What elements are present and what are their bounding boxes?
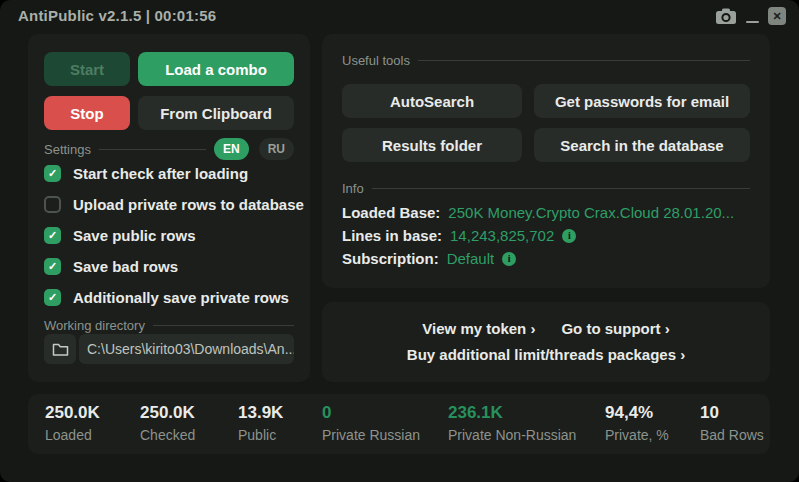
checkbox-save-public-rows[interactable]: Save public rows xyxy=(44,226,296,244)
checkbox-upload-private-rows[interactable]: Upload private rows to database xyxy=(44,195,296,213)
links-row: View my token › Go to support › xyxy=(322,320,770,337)
browse-folder-button[interactable] xyxy=(44,334,76,364)
stat-loaded: 250.0K Loaded xyxy=(45,403,100,443)
settings-label: Settings xyxy=(44,142,91,157)
info-row-loaded-base: Loaded Base: 250K Money.Crypto Crax.Clou… xyxy=(342,201,762,224)
app-window: AntiPublic v2.1.5 | 00:01:56 ✕ Start Loa… xyxy=(0,0,799,482)
checkbox-additionally-save-private-rows[interactable]: Additionally save private rows xyxy=(44,288,296,306)
checkbox-label: Upload private rows to database xyxy=(73,196,304,213)
language-toggle-ru[interactable]: RU xyxy=(259,138,294,160)
checkbox-icon[interactable] xyxy=(44,258,61,275)
divider-line xyxy=(99,149,206,150)
stat-private-non-russian: 236.1K Private Non-Russian xyxy=(448,403,576,443)
folder-icon xyxy=(52,342,69,357)
control-panel: Start Load a combo Stop From Clipboard S… xyxy=(28,34,310,382)
subscription-label: Subscription: xyxy=(342,250,439,267)
stat-label: Bad Rows xyxy=(700,427,764,443)
stat-value: 10 xyxy=(700,403,764,423)
stats-panel: 250.0K Loaded 250.0K Checked 13.9K Publi… xyxy=(28,394,770,454)
stat-label: Private Russian xyxy=(322,427,420,443)
view-my-token-link[interactable]: View my token › xyxy=(422,320,535,337)
lines-in-base-label: Lines in base: xyxy=(342,227,442,244)
info-section-header: Info xyxy=(342,180,750,196)
results-folder-button[interactable]: Results folder xyxy=(342,128,522,162)
minimize-icon xyxy=(746,21,759,23)
autosearch-button[interactable]: AutoSearch xyxy=(342,84,522,118)
info-rows: Loaded Base: 250K Money.Crypto Crax.Clou… xyxy=(342,201,762,270)
window-title: AntiPublic v2.1.5 | 00:01:56 xyxy=(18,7,216,24)
stat-value: 0 xyxy=(322,403,420,423)
stat-label: Public xyxy=(238,427,283,443)
checkbox-label: Save public rows xyxy=(73,227,196,244)
info-label: Info xyxy=(342,181,364,196)
checkbox-label: Save bad rows xyxy=(73,258,178,275)
checkbox-label: Start check after loading xyxy=(73,165,248,182)
stat-checked: 250.0K Checked xyxy=(140,403,195,443)
stat-label: Loaded xyxy=(45,427,100,443)
stat-value: 250.0K xyxy=(45,403,100,423)
stat-private-russian: 0 Private Russian xyxy=(322,403,420,443)
checkbox-label: Additionally save private rows xyxy=(73,289,289,306)
working-directory-header: Working directory xyxy=(44,317,294,333)
stat-value: 13.9K xyxy=(238,403,283,423)
settings-section-header: Settings EN RU xyxy=(44,138,294,160)
stat-private-percent: 94,4% Private, % xyxy=(605,403,669,443)
stat-value: 236.1K xyxy=(448,403,576,423)
stat-public: 13.9K Public xyxy=(238,403,283,443)
checkbox-icon[interactable] xyxy=(44,289,61,306)
stat-bad-rows: 10 Bad Rows xyxy=(700,403,764,443)
info-icon[interactable]: i xyxy=(502,252,516,266)
buy-packages-link[interactable]: Buy additional limit/threads packages › xyxy=(407,346,685,363)
info-icon[interactable]: i xyxy=(562,229,576,243)
language-toggle-en[interactable]: EN xyxy=(214,138,249,160)
links-panel: View my token › Go to support › Buy addi… xyxy=(322,302,770,382)
checkbox-start-check-after-loading[interactable]: Start check after loading xyxy=(44,164,296,182)
checkbox-icon[interactable] xyxy=(44,196,61,213)
links-row: Buy additional limit/threads packages › xyxy=(322,346,770,363)
loaded-base-value: 250K Money.Crypto Crax.Cloud 28.01.20... xyxy=(448,204,734,221)
go-to-support-link[interactable]: Go to support › xyxy=(561,320,669,337)
checkbox-icon[interactable] xyxy=(44,165,61,182)
lines-in-base-value: 14,243,825,702 xyxy=(450,227,554,244)
info-row-lines-in-base: Lines in base: 14,243,825,702 i xyxy=(342,224,762,247)
divider-line xyxy=(153,325,294,326)
stat-value: 250.0K xyxy=(140,403,195,423)
get-passwords-button[interactable]: Get passwords for email xyxy=(534,84,750,118)
working-directory-path-input[interactable]: C:\Users\kirito03\Downloads\An... xyxy=(79,334,294,364)
loaded-base-label: Loaded Base: xyxy=(342,204,440,221)
info-row-subscription: Subscription: Default i xyxy=(342,247,762,270)
stop-button[interactable]: Stop xyxy=(44,96,130,130)
minimize-button[interactable] xyxy=(746,9,759,23)
useful-tools-label: Useful tools xyxy=(342,53,410,68)
tools-info-panel: Useful tools AutoSearch Get passwords fo… xyxy=(322,34,770,288)
search-database-button[interactable]: Search in the database xyxy=(534,128,750,162)
stat-label: Private, % xyxy=(605,427,669,443)
working-directory-label: Working directory xyxy=(44,318,145,333)
start-button[interactable]: Start xyxy=(44,52,130,86)
subscription-value: Default xyxy=(447,250,495,267)
divider-line xyxy=(372,188,750,189)
settings-checkbox-list: Start check after loading Upload private… xyxy=(44,164,296,319)
working-directory-row: C:\Users\kirito03\Downloads\An... xyxy=(44,334,294,364)
checkbox-save-bad-rows[interactable]: Save bad rows xyxy=(44,257,296,275)
close-button[interactable]: ✕ xyxy=(768,7,786,25)
screenshot-camera-button[interactable] xyxy=(715,7,737,25)
camera-icon xyxy=(715,7,737,25)
stat-value: 94,4% xyxy=(605,403,669,423)
checkbox-icon[interactable] xyxy=(44,227,61,244)
stat-label: Checked xyxy=(140,427,195,443)
window-controls: ✕ xyxy=(715,5,786,27)
from-clipboard-button[interactable]: From Clipboard xyxy=(138,96,294,130)
stat-label: Private Non-Russian xyxy=(448,427,576,443)
divider-line xyxy=(418,60,750,61)
load-combo-button[interactable]: Load a combo xyxy=(138,52,294,86)
useful-tools-header: Useful tools xyxy=(342,52,750,68)
